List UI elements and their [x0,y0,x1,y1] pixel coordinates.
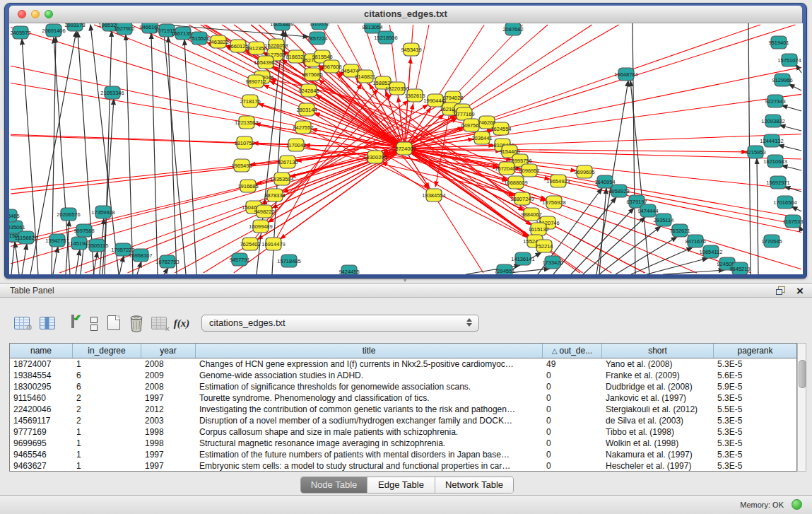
table-cell[interactable]: 6 [73,370,141,381]
node-attribute-table[interactable]: namein_degreeyeartitle△out_de...shortpag… [9,343,797,472]
graph-node[interactable]: 7857224 [307,32,327,45]
graph-node[interactable]: 8958923 [608,185,629,197]
table-cell[interactable]: 2003 [141,415,196,426]
graph-node[interactable]: 7294551 [494,264,514,274]
column-header-out_de[interactable]: △out_de... [543,344,602,358]
table-cell[interactable]: 5.3E-5 [714,358,796,370]
table-cell[interactable]: Dudbridge et al. (2008) [602,381,714,392]
column-header-short[interactable]: short [602,344,714,358]
merge-cells-icon[interactable] [85,313,103,332]
table-cell[interactable]: 0 [543,404,602,415]
graph-node[interactable]: 9097588 [73,224,94,237]
function-builder-icon[interactable]: f(x) [172,313,191,332]
graph-node[interactable]: 9890712 [245,75,266,88]
graph-node[interactable]: 9474444 [637,204,658,217]
graph-node[interactable]: 7632621 [669,224,690,237]
table-row[interactable]: 977716911998Corpus callosum shape and si… [10,426,796,438]
tab-node-table[interactable]: Node Table [301,477,367,493]
graph-node[interactable]: 2967608 [321,60,341,73]
table-cell[interactable]: 0 [543,438,602,449]
table-selector-dropdown[interactable]: citations_edges.txt [201,315,479,332]
table-cell[interactable]: 5.3E-5 [714,460,796,472]
table-row[interactable]: 946362711997Embryonic stem cells: a mode… [10,460,796,472]
graph-node[interactable]: 9457791 [229,253,249,266]
table-cell[interactable]: 0 [543,381,602,392]
graph-node[interactable]: 9498222 [254,205,274,218]
table-row[interactable]: 1872400712008Changes of HCN gene express… [10,358,796,370]
table-cell[interactable]: Corpus callosum shape and size in male p… [196,426,543,438]
graph-node[interactable]: 9146821 [355,70,375,83]
graph-node[interactable]: 8186328 [286,50,306,63]
graph-node[interactable]: 7625402 [240,238,260,250]
graph-node[interactable]: 7463822 [208,35,228,48]
table-cell[interactable]: 0 [543,370,602,381]
column-header-year[interactable]: year [141,344,196,358]
graph-node[interactable]: 6794028 [442,91,463,104]
graph-node[interactable]: 7515526 [189,32,209,45]
graph-node[interactable]: 2093178 [64,23,85,31]
graph-node[interactable]: 1965493 [231,159,252,172]
table-cell[interactable]: 1 [73,358,141,370]
table-cell[interactable]: Genome-wide association studies in ADHD. [196,370,543,381]
table-cell[interactable]: 22420046 [10,404,73,415]
graph-node[interactable]: 8878334 [264,189,285,201]
table-row[interactable]: 2242004622012Investigating the contribut… [10,404,796,415]
table-row[interactable]: 946554611997Estimation of the future num… [10,449,796,460]
graph-node[interactable]: 9645219 [729,262,750,274]
table-cell[interactable]: 1997 [141,460,196,472]
table-cell[interactable]: 1 [73,460,141,472]
table-cell[interactable]: Nakamura et al. (1997) [602,449,714,460]
table-cell[interactable]: 9115460 [10,392,73,404]
table-cell[interactable]: Hescheler et al. (1997) [602,460,714,472]
table-cell[interactable]: Investigating the contribution of common… [196,404,543,415]
graph-node[interactable]: 1527902 [114,23,134,35]
graph-node[interactable]: 12213563 [235,116,258,129]
table-cell[interactable]: 1998 [141,426,196,438]
graph-node[interactable]: 1624554 [490,122,511,135]
table-cell[interactable]: 1997 [141,449,196,460]
graph-node[interactable]: 2405572 [10,26,30,39]
network-canvas[interactable]: 1872400774638229660125891235415226058912… [9,23,803,274]
graph-node[interactable]: 2935114 [654,214,674,226]
graph-node[interactable]: 9699695 [574,165,594,178]
table-row[interactable]: 1830029562008Estimation of significance … [10,381,796,392]
table-cell[interactable]: 0 [543,426,602,438]
table-cell[interactable]: Wolkin et al. (1998) [602,438,714,449]
table-row[interactable]: 911546021997Tourette syndrome. Phenomeno… [10,392,796,404]
graph-node[interactable]: 9519401 [768,36,789,49]
float-panel-icon[interactable] [776,286,785,295]
tab-network-table[interactable]: Network Table [435,477,513,493]
column-header-in_degree[interactable]: in_degree [73,344,141,358]
table-cell[interactable]: Franke et al. (2009) [602,370,714,381]
table-cell[interactable]: Embryonic stem cells: a model to study s… [196,460,543,472]
column-header-pagerank[interactable]: pagerank [714,344,796,358]
table-cell[interactable]: 19384554 [10,370,73,381]
table-row[interactable]: 1938455462009Genome-wide association stu… [10,370,796,381]
table-cell[interactable]: 1 [73,426,141,438]
table-cell[interactable]: Estimation of the future numbers of pati… [196,449,543,460]
graph-node[interactable]: 8215953 [745,146,765,158]
table-cell[interactable]: 2008 [141,381,196,392]
table-cell[interactable]: Jankovic et al. (1997) [602,392,714,404]
graph-node[interactable]: 17016504 [773,196,796,209]
graph-node[interactable]: 2803144 [296,103,317,116]
graph-node[interactable]: 16053809 [270,23,293,30]
table-cell[interactable]: 6 [73,381,141,392]
graph-node[interactable]: 21053346 [100,86,124,99]
memory-status-icon[interactable] [792,499,802,510]
graph-node[interactable]: 1810752 [234,136,254,149]
table-cell[interactable]: Tibbo et al. (1998) [602,426,714,438]
graph-node[interactable]: 17957223 [111,243,134,256]
show-columns-icon[interactable] [38,313,57,332]
table-cell[interactable]: 1998 [141,438,196,449]
graph-node[interactable]: 19756928 [542,196,565,209]
graph-node[interactable]: 1170042 [286,139,307,151]
table-cell[interactable]: Structural magnetic resonance image aver… [196,438,543,449]
graph-node[interactable]: 1362615 [404,89,425,102]
table-cell[interactable]: Changes of HCN gene expression and I(f) … [196,358,543,370]
graph-node[interactable]: 9129966 [772,74,792,86]
graph-node[interactable]: 1167533 [783,215,803,228]
graph-node[interactable]: 2718176 [240,95,260,107]
table-cell[interactable]: Yano et al. (2008) [602,358,714,370]
graph-node[interactable]: 9660125 [228,40,248,52]
